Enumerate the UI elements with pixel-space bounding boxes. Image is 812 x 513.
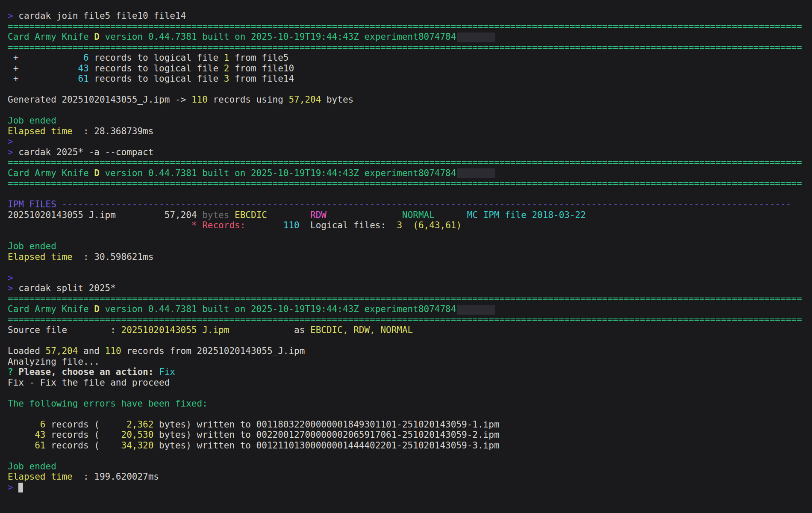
text-segment: cardak join file5 file10 file14 (13, 11, 186, 21)
prompt-marker: > (8, 147, 13, 157)
text-segment: records ( (46, 419, 100, 430)
action-prompt-line: ? Please, choose an action: Fix (8, 367, 812, 377)
text-segment: Card Army Knife (8, 304, 94, 314)
text-segment: bytes) written to 0011803220000000184930… (153, 419, 499, 430)
text-segment: D (94, 168, 100, 178)
text-segment: : 30.598621ms (73, 252, 154, 262)
text-segment: bytes (321, 94, 353, 105)
prompt-marker: > (8, 11, 13, 21)
text-segment: 6 (83, 53, 89, 63)
text-segment: records from 20251020143055_J.ipm (121, 346, 305, 356)
separator-line: ========================================… (8, 157, 812, 168)
separator-rule: ========================================… (8, 294, 802, 304)
written-file-line: 43 records ( 20,530 bytes) written to 00… (8, 430, 812, 440)
text-segment: 2,362 (127, 419, 153, 430)
text-segment: cardak 2025* -a --compact (13, 147, 154, 157)
text-segment: ? (8, 367, 18, 377)
text-segment: from file10 (229, 63, 294, 74)
text-segment: 6 (40, 419, 46, 430)
output-line: + 43 records to logical file 2 from file… (8, 63, 812, 74)
file-table-row: 20251020143055_J.ipm 57,204 bytes EBCDIC… (8, 210, 812, 221)
text-segment (8, 419, 40, 430)
text-segment: EBCDIC (235, 210, 267, 220)
text-segment: version 0.44.7381 built on 2025-10-19T19… (100, 168, 456, 178)
text-segment (100, 430, 121, 440)
separator-rule: ========================================… (8, 157, 802, 168)
written-file-line: 61 records ( 34,320 bytes) written to 00… (8, 440, 812, 451)
text-segment: records using (208, 94, 289, 105)
blank-line (8, 189, 13, 199)
text-segment: NORMAL (402, 210, 435, 220)
prompt-marker: > (8, 482, 13, 492)
command-line: > cardak 2025* -a --compact (8, 147, 812, 158)
output-line: The following errors have been fixed: (8, 398, 812, 409)
text-segment (229, 210, 235, 220)
separator-line: ========================================… (8, 294, 812, 304)
text-segment: Source file : (8, 325, 121, 335)
output-line: Analyzing file... (8, 357, 812, 367)
text-segment: : 199.620027ms (73, 472, 159, 482)
command-line: > cardak join file5 file10 file14 (8, 11, 812, 21)
text-segment: D (94, 304, 100, 314)
text-segment (386, 220, 397, 230)
text-segment: bytes) written to 0012110130000000144440… (153, 440, 499, 451)
elapsed-time-line: Elapsed time : 28.368739ms (8, 126, 812, 137)
text-segment: Card Army Knife (8, 168, 94, 178)
banner-line: Card Army Knife D version 0.44.7381 buil… (8, 32, 812, 42)
text-segment (267, 210, 310, 220)
output-line: Loaded 57,204 and 110 records from 20251… (8, 346, 812, 357)
text-segment: + (8, 63, 78, 74)
text-segment: 61 (35, 440, 45, 451)
terminal-line (8, 451, 812, 461)
text-segment (197, 210, 203, 220)
text-segment: + (8, 74, 78, 84)
blank-line (8, 84, 13, 94)
text-segment: as (229, 325, 310, 335)
text-segment (153, 367, 159, 377)
output-line: + 61 records to logical file 3 from file… (8, 74, 812, 84)
text-segment (402, 220, 413, 230)
text-segment: version 0.44.7381 built on 2025-10-19T19… (100, 32, 456, 42)
text-segment: version 0.44.7381 built on 2025-10-19T19… (100, 304, 456, 314)
text-segment: 110 (283, 220, 300, 230)
text-segment: Job ended (8, 461, 56, 472)
text-segment: Fix (159, 367, 175, 377)
redacted-text (457, 32, 495, 42)
terminal-line (8, 388, 812, 398)
blank-line (8, 451, 13, 461)
text-segment: records ( (46, 430, 100, 440)
text-segment: cardak split 2025* (13, 283, 116, 293)
text-segment: Card Army Knife (8, 32, 94, 42)
text-segment: 2 (224, 63, 229, 74)
separator-rule: ========================================… (8, 42, 802, 53)
separator-rule: ========================================… (8, 21, 802, 32)
text-segment: Please, choose an action: (18, 367, 153, 377)
separator-line: ========================================… (8, 21, 812, 32)
prompt-marker: > (8, 136, 13, 147)
text-segment: Analyzing file... (8, 357, 100, 367)
terminal-screen[interactable]: > cardak join file5 file10 file14=======… (0, 0, 812, 513)
text-segment: 34,320 (121, 440, 154, 451)
text-segment: 43 (35, 430, 45, 440)
text-segment: 110 (191, 94, 208, 105)
elapsed-time-line: Elapsed time : 30.598621ms (8, 252, 812, 262)
terminal-line (8, 105, 812, 116)
terminal-line (8, 262, 812, 273)
ipm-files-header: IPM FILES ------------------------------… (8, 199, 812, 210)
separator-rule: ========================================… (8, 315, 802, 325)
banner-line: Card Army Knife D version 0.44.7381 buil… (8, 304, 812, 315)
text-segment: 1 (224, 53, 229, 63)
prompt-line: > (8, 136, 812, 147)
blank-line (8, 409, 13, 419)
text-segment: EBCDIC, RDW, NORMAL (310, 325, 413, 335)
blank-line (8, 388, 13, 398)
text-segment: 61 (78, 74, 88, 84)
blank-line (8, 105, 13, 115)
text-segment (8, 220, 191, 230)
job-ended-line: Job ended (8, 241, 812, 252)
blank-line (8, 336, 13, 346)
text-segment: Elapsed time (8, 126, 73, 136)
prompt-marker: > (8, 273, 13, 283)
output-line: Generated 20251020143055_J.ipm -> 110 re… (8, 94, 812, 105)
blank-line (8, 231, 13, 241)
